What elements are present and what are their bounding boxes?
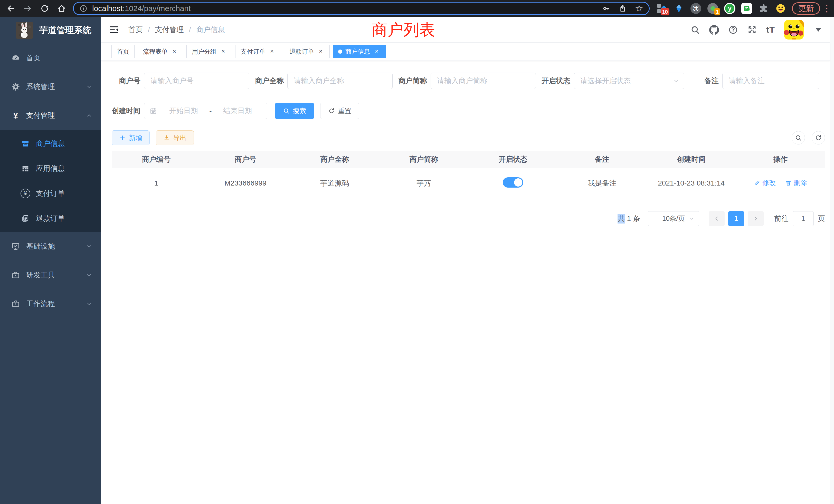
page-content: 商户号 商户全称 商户简称 开启状态 请选择开启状态 xyxy=(101,61,830,226)
total-suffix: 条 xyxy=(633,214,640,224)
sidebar-item-merchant-info[interactable]: 商户信息 xyxy=(0,131,101,156)
sidebar-fold-icon[interactable] xyxy=(109,25,119,35)
sidebar-item-refund-order[interactable]: 退款订单 xyxy=(0,206,101,231)
sidebar-item-dev-tools[interactable]: 研发工具 xyxy=(0,261,101,290)
close-icon[interactable]: × xyxy=(317,48,324,55)
extension-icon-7[interactable] xyxy=(758,3,769,14)
edit-button[interactable]: 修改 xyxy=(754,178,776,187)
sidebar-item-label: 支付管理 xyxy=(26,111,55,120)
close-icon[interactable]: × xyxy=(171,48,178,55)
sidebar-item-pay-order[interactable]: ¥ 支付订单 xyxy=(0,181,101,206)
avatar[interactable] xyxy=(784,20,804,40)
command-icon: ⌘ xyxy=(693,5,699,13)
status-label: 开启状态 xyxy=(542,76,570,86)
export-button[interactable]: 导出 xyxy=(156,130,194,145)
toggle-search-button[interactable] xyxy=(792,131,805,144)
full-name-input[interactable] xyxy=(287,73,393,89)
breadcrumb-separator: / xyxy=(189,26,191,34)
create-time-range-picker[interactable]: 开始日期 - 结束日期 xyxy=(144,102,267,119)
refresh-icon xyxy=(328,108,335,114)
scrollbar[interactable] xyxy=(830,17,834,504)
github-icon[interactable] xyxy=(709,25,719,35)
bookmark-star-icon[interactable]: ☆ xyxy=(635,4,643,13)
goto-page-input[interactable] xyxy=(793,211,814,226)
date-start-placeholder[interactable]: 开始日期 xyxy=(159,106,208,116)
passkey-icon[interactable] xyxy=(602,4,610,13)
sidebar-item-workflow[interactable]: 工作流程 xyxy=(0,290,101,318)
total-prefix: 共 xyxy=(617,214,625,224)
help-icon[interactable] xyxy=(728,25,738,35)
extension-square-icon xyxy=(657,4,661,8)
url-host: localhost xyxy=(92,4,123,13)
cell-create-time: 2021-10-23 08:31:14 xyxy=(647,168,736,199)
status-select[interactable]: 请选择开启状态 xyxy=(574,73,684,89)
tab-merchant-info[interactable]: 商户信息 × xyxy=(333,45,386,58)
search-button[interactable]: 搜索 xyxy=(275,102,314,119)
sidebar-item-app-info[interactable]: 应用信息 xyxy=(0,156,101,181)
extension-icon-3[interactable]: ⌘ xyxy=(690,3,702,14)
table-header-row: 商户编号 商户号 商户全称 商户简称 开启状态 备注 创建时间 操作 xyxy=(112,151,825,168)
site-info-icon[interactable] xyxy=(79,4,88,13)
extension-icon-1[interactable]: 10 xyxy=(656,3,667,14)
sidebar-item-home[interactable]: 首页 xyxy=(0,44,101,72)
chevron-down-icon xyxy=(86,300,92,307)
tab-pay-order[interactable]: 支付订单 × xyxy=(235,45,281,58)
add-button[interactable]: 新增 xyxy=(112,130,150,145)
yen-icon: ¥ xyxy=(10,111,22,121)
prev-page-button[interactable] xyxy=(709,211,725,226)
fullscreen-icon[interactable] xyxy=(747,25,757,35)
extension-icon-2[interactable] xyxy=(673,3,684,14)
browser-update-button[interactable]: 更新 xyxy=(792,2,820,15)
remark-input[interactable] xyxy=(722,73,819,89)
close-icon[interactable]: × xyxy=(220,48,227,55)
close-icon[interactable]: × xyxy=(373,48,380,55)
extension-icon-6[interactable] xyxy=(741,3,752,14)
tab-user-group[interactable]: 用户分组 × xyxy=(186,45,232,58)
next-page-button[interactable] xyxy=(748,211,764,226)
reset-button[interactable]: 重置 xyxy=(320,102,359,119)
tags-view-bar: 首页 流程表单 × 用户分组 × 支付订单 × 退款订单 × xyxy=(101,43,830,61)
breadcrumb-item-home[interactable]: 首页 xyxy=(128,25,143,35)
browser-home-icon[interactable] xyxy=(57,4,66,13)
breadcrumb-item-payment[interactable]: 支付管理 xyxy=(155,25,184,35)
tab-process-form[interactable]: 流程表单 × xyxy=(138,45,183,58)
store-icon xyxy=(20,140,31,148)
table-row: 1 M233666999 芋道源码 芋艿 我是备注 2021-10-23 08:… xyxy=(112,168,825,199)
tab-refund-order[interactable]: 退款订单 × xyxy=(284,45,330,58)
font-size-icon[interactable]: tT xyxy=(766,25,775,35)
caret-down-icon[interactable] xyxy=(813,25,823,35)
remark-label: 备注 xyxy=(690,76,719,86)
annotation-merchant-list: 商户列表 xyxy=(372,19,435,41)
page-1-button[interactable]: 1 xyxy=(728,211,744,226)
close-icon[interactable]: × xyxy=(268,48,276,55)
extension-icon-8[interactable] xyxy=(775,3,786,14)
browser-back-icon[interactable] xyxy=(6,4,16,13)
chevron-up-icon xyxy=(86,112,92,119)
search-icon[interactable] xyxy=(690,25,700,35)
tab-home[interactable]: 首页 xyxy=(111,45,135,58)
browser-forward-icon[interactable] xyxy=(23,4,32,13)
create-time-label: 创建时间 xyxy=(112,106,140,116)
share-icon[interactable] xyxy=(619,4,627,13)
app-logo-row[interactable]: 芋道管理系统 xyxy=(0,17,101,44)
sidebar-item-infra[interactable]: 基础设施 xyxy=(0,232,101,261)
short-name-input[interactable] xyxy=(431,73,536,89)
goto-unit: 页 xyxy=(818,214,825,224)
sidebar-item-payment[interactable]: ¥ 支付管理 xyxy=(0,101,101,130)
gem-icon xyxy=(674,3,684,14)
download-icon xyxy=(163,135,170,141)
delete-button[interactable]: 删除 xyxy=(785,178,807,187)
date-end-placeholder[interactable]: 结束日期 xyxy=(213,106,262,116)
browser-menu-icon[interactable]: ⋮ xyxy=(822,3,831,14)
extension-icon-5[interactable]: y xyxy=(724,3,736,14)
sidebar-item-system[interactable]: 系统管理 xyxy=(0,72,101,101)
delete-label: 删除 xyxy=(794,178,807,187)
merchant-no-input[interactable] xyxy=(144,73,249,89)
extension-icon-4[interactable]: 1 xyxy=(707,3,719,14)
page-size-select[interactable]: 10条/页 xyxy=(648,211,699,226)
status-toggle[interactable] xyxy=(503,177,523,188)
browser-reload-icon[interactable] xyxy=(40,4,49,13)
refresh-table-button[interactable] xyxy=(812,131,825,144)
address-bar[interactable]: localhost:1024/pay/merchant ☆ xyxy=(73,2,650,15)
sidebar-item-label: 系统管理 xyxy=(26,82,55,92)
